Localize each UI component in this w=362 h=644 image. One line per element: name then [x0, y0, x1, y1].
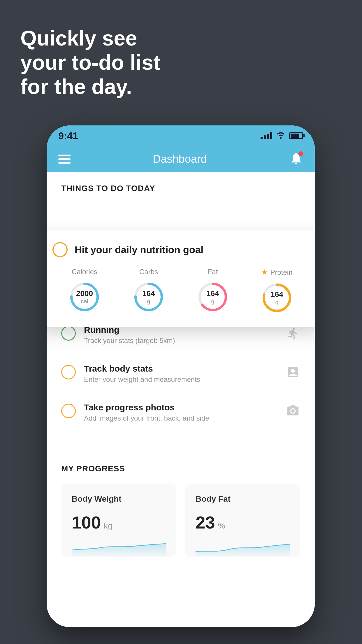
headline: Quickly see your to-do list for the day. [20, 26, 160, 99]
photos-text: Take progress photos Add images of your … [84, 402, 286, 422]
body-fat-value-row: 23 % [196, 512, 290, 533]
todo-item-photos[interactable]: Take progress photos Add images of your … [61, 393, 300, 432]
calories-ring: 2000 cal [67, 279, 102, 314]
body-fat-title: Body Fat [196, 494, 290, 504]
nutrition-calories: Calories 2000 cal [67, 268, 102, 314]
body-stats-check-circle [61, 365, 76, 379]
todo-list: Running Track your stats (target: 5km) T… [47, 316, 315, 432]
carbs-ring: 164 g [131, 279, 166, 314]
nutrition-card-header: Hit your daily nutrition goal [52, 242, 309, 257]
nutrition-protein: ★ Protein 164 g [259, 268, 294, 315]
body-fat-chart [196, 538, 290, 556]
running-text: Running Track your stats (target: 5km) [84, 325, 286, 345]
body-fat-card: Body Fat 23 % [185, 484, 300, 557]
body-stats-title: Track body stats [84, 364, 286, 374]
scale-icon [286, 365, 300, 379]
status-time: 9:41 [58, 130, 78, 141]
battery-icon [289, 132, 303, 139]
body-weight-value: 100 [72, 512, 101, 533]
notification-dot [298, 151, 303, 156]
body-weight-chart [72, 538, 166, 556]
nutrition-carbs: Carbs 164 g [131, 268, 166, 314]
protein-ring: 164 g [259, 280, 294, 315]
things-section-title: THINGS TO DO TODAY [61, 184, 155, 193]
progress-section-title: MY PROGRESS [61, 464, 300, 473]
fat-ring: 164 g [195, 279, 230, 314]
calories-label: Calories [72, 268, 97, 276]
carbs-label: Carbs [139, 268, 158, 276]
star-icon: ★ [261, 268, 268, 277]
progress-grid: Body Weight 100 kg [61, 484, 300, 557]
content-area: THINGS TO DO TODAY Hit your daily nutrit… [47, 172, 315, 627]
signal-icon [261, 132, 272, 139]
protein-label-row: ★ Protein [261, 268, 292, 277]
progress-section: MY PROGRESS Body Weight 100 kg [47, 449, 315, 566]
phone-frame: 9:41 Dashboard [47, 125, 315, 627]
header-title: Dashboard [153, 153, 207, 165]
status-bar: 9:41 [47, 125, 315, 146]
body-stats-text: Track body stats Enter your weight and m… [84, 364, 286, 384]
body-stats-subtitle: Enter your weight and measurements [84, 375, 286, 384]
status-icons [261, 131, 303, 141]
nutrition-fat: Fat 164 g [195, 268, 230, 314]
photos-check-circle [61, 404, 76, 418]
fat-label: Fat [208, 268, 218, 276]
protein-label: Protein [270, 268, 292, 276]
nutrition-check-circle [52, 242, 68, 257]
nutrition-card-title: Hit your daily nutrition goal [75, 244, 203, 256]
todo-item-body-stats[interactable]: Track body stats Enter your weight and m… [61, 354, 300, 393]
body-weight-card: Body Weight 100 kg [61, 484, 176, 557]
person-photo-icon [286, 404, 300, 418]
running-check-circle [61, 326, 76, 341]
photos-title: Take progress photos [84, 402, 286, 412]
running-subtitle: Track your stats (target: 5km) [84, 337, 286, 345]
nutrition-grid: Calories 2000 cal Carbs [52, 268, 309, 315]
body-fat-value: 23 [196, 512, 215, 533]
body-weight-value-row: 100 kg [72, 512, 166, 533]
running-shoe-icon [286, 326, 300, 341]
photos-subtitle: Add images of your front, back, and side [84, 414, 286, 422]
wifi-icon [276, 131, 286, 141]
notification-bell-icon[interactable] [289, 151, 303, 167]
nutrition-card: Hit your daily nutrition goal Calories 2… [47, 230, 315, 327]
body-fat-unit: % [218, 521, 225, 531]
body-weight-title: Body Weight [72, 494, 166, 504]
body-weight-unit: kg [104, 521, 113, 531]
header-bar: Dashboard [47, 146, 315, 172]
things-section: THINGS TO DO TODAY [47, 172, 315, 199]
hamburger-menu-icon[interactable] [58, 155, 71, 164]
